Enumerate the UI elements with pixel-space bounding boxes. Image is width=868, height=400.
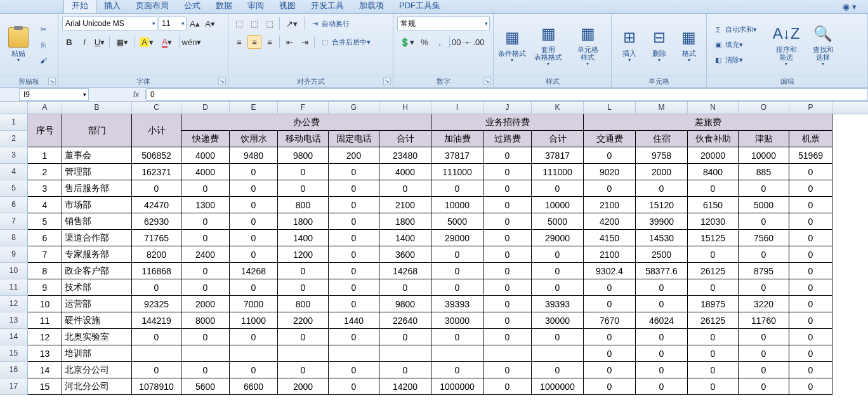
cell-J3[interactable]: 0 [483,147,532,164]
cell-N8[interactable]: 15125 [688,230,739,246]
cell-L13[interactable]: 7670 [584,312,636,329]
row-header-13[interactable]: 13 [0,312,28,329]
cell-C6[interactable]: 42470 [132,197,181,213]
select-all-corner[interactable] [0,102,28,114]
copy-button[interactable]: ⎘ [36,38,53,52]
cell-L4[interactable]: 9020 [584,164,636,180]
format-table-button[interactable]: ▦套用 表格格式▾ [529,21,567,69]
cell-G7[interactable]: 0 [329,213,379,230]
cell-E10[interactable]: 14268 [230,263,278,279]
row-header-10[interactable]: 10 [0,263,28,279]
cell-D15[interactable] [181,345,230,362]
row-header-6[interactable]: 6 [0,197,28,213]
col-header-O[interactable]: O [739,102,789,114]
cell-E12[interactable]: 7000 [230,296,278,312]
cell-N7[interactable]: 12030 [688,213,739,230]
cell-J14[interactable]: 0 [483,329,532,345]
cell-N15[interactable]: 0 [688,345,739,362]
cell-M11[interactable]: 0 [636,279,688,296]
cell-A8[interactable]: 6 [28,230,62,246]
cell-A16[interactable]: 14 [28,362,62,378]
cell-N10[interactable]: 26125 [688,263,739,279]
cell-L3[interactable]: 0 [584,147,636,164]
sort-filter-button[interactable]: A↓Z排序和 筛选▾ [769,21,803,69]
cell-G10[interactable]: 0 [329,263,379,279]
cell-L10[interactable]: 9302.4 [584,263,636,279]
italic-button[interactable]: I [77,35,91,49]
cell-M3[interactable]: 9758 [636,147,688,164]
cell-K8[interactable]: 29000 [532,230,584,246]
row-header-5[interactable]: 5 [0,180,28,197]
cell-G3[interactable]: 200 [329,147,379,164]
cell-J8[interactable]: 0 [483,230,532,246]
cell-A4[interactable]: 2 [28,164,62,180]
cell-G9[interactable]: 0 [329,246,379,263]
tab-formulas[interactable]: 公式 [176,0,208,13]
cell-K16[interactable]: 0 [532,362,584,378]
cell-A3[interactable]: 1 [28,147,62,164]
cell-F16[interactable]: 0 [278,362,329,378]
cell-D10[interactable]: 0 [181,263,230,279]
cell-D12[interactable]: 2000 [181,296,230,312]
insert-cells-button[interactable]: ⊞插入▾ [615,21,643,69]
cell-E13[interactable]: 11000 [230,312,278,329]
row-header-9[interactable]: 9 [0,246,28,263]
subhdr-I[interactable]: 加油费 [431,131,483,147]
tab-data[interactable]: 数据 [208,0,240,13]
cell-I14[interactable]: 0 [431,329,483,345]
cell-M9[interactable]: 2500 [636,246,688,263]
clear-button[interactable]: ◧清除 ▾ [711,53,766,67]
cell-G15[interactable] [329,345,379,362]
cell-B9[interactable]: 专家服务部 [62,246,132,263]
col-header-L[interactable]: L [584,102,636,114]
cell-D14[interactable]: 0 [181,329,230,345]
cell-L15[interactable]: 0 [584,345,636,362]
cell-B16[interactable]: 北京分公司 [62,362,132,378]
cell-C17[interactable]: 1078910 [132,378,181,395]
cell-B5[interactable]: 售后服务部 [62,180,132,197]
hdr-B[interactable]: 部门 [62,114,132,147]
cell-N13[interactable]: 26125 [688,312,739,329]
cell-I11[interactable]: 0 [431,279,483,296]
font-name-combo[interactable]: Arial Unicode MS▾ [62,17,157,30]
hdr-A[interactable]: 序号 [28,114,62,147]
cell-B13[interactable]: 硬件设施 [62,312,132,329]
cell-D5[interactable]: 0 [181,180,230,197]
cell-I7[interactable]: 5000 [431,213,483,230]
cell-P8[interactable]: 0 [789,230,832,246]
cell-K12[interactable]: 39393 [532,296,584,312]
subhdr-N[interactable]: 伙食补助 [688,131,739,147]
col-header-I[interactable]: I [431,102,483,114]
cell-A12[interactable]: 10 [28,296,62,312]
cell-J10[interactable]: 0 [483,263,532,279]
cell-E15[interactable] [230,345,278,362]
col-header-C[interactable]: C [132,102,181,114]
cell-E14[interactable]: 0 [230,329,278,345]
cell-L7[interactable]: 4200 [584,213,636,230]
cell-G4[interactable]: 0 [329,164,379,180]
cell-H13[interactable]: 22640 [379,312,431,329]
cell-F9[interactable]: 1200 [278,246,329,263]
cell-O14[interactable]: 0 [739,329,789,345]
row-header-8[interactable]: 8 [0,230,28,246]
row-header-17[interactable]: 17 [0,378,28,395]
cell-C11[interactable]: 0 [132,279,181,296]
cell-C8[interactable]: 71765 [132,230,181,246]
cell-E7[interactable]: 0 [230,213,278,230]
cell-I10[interactable]: 0 [431,263,483,279]
cell-K11[interactable]: 0 [532,279,584,296]
cell-P6[interactable]: 0 [789,197,832,213]
cell-G6[interactable]: 0 [329,197,379,213]
tab-dev[interactable]: 开发工具 [303,0,352,13]
cell-F8[interactable]: 1400 [278,230,329,246]
name-box[interactable]: I9▾ [19,88,89,101]
cell-G13[interactable]: 1440 [329,312,379,329]
cell-H15[interactable] [379,345,431,362]
col-header-E[interactable]: E [230,102,278,114]
subhdr-J[interactable]: 过路费 [483,131,532,147]
cell-N17[interactable]: 0 [688,378,739,395]
fill-button[interactable]: ▣填充 ▾ [711,38,766,52]
cell-N6[interactable]: 6150 [688,197,739,213]
cell-L17[interactable]: 0 [584,378,636,395]
cell-J15[interactable] [483,345,532,362]
